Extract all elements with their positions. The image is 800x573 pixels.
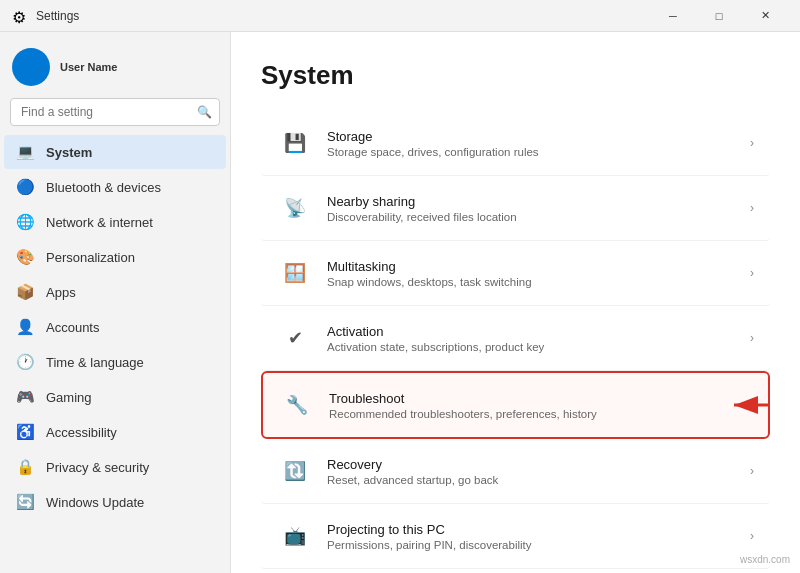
titlebar: ⚙ Settings ─ □ ✕ (0, 0, 800, 32)
user-name: User Name (60, 61, 117, 73)
user-section: User Name (0, 32, 230, 98)
search-input[interactable] (10, 98, 220, 126)
nav-list: 💻 System 🔵 Bluetooth & devices 🌐 Network… (0, 134, 230, 520)
sidebar-item-gaming[interactable]: 🎮 Gaming (4, 380, 226, 414)
storage-desc: Storage space, drives, configuration rul… (327, 146, 742, 158)
recovery-title: Recovery (327, 457, 742, 472)
recovery-icon: 🔃 (277, 453, 313, 489)
apps-icon: 📦 (16, 283, 34, 301)
user-info: User Name (60, 61, 117, 73)
titlebar-title: Settings (36, 9, 642, 23)
multitasking-title: Multitasking (327, 259, 742, 274)
troubleshoot-text: Troubleshoot Recommended troubleshooters… (329, 391, 740, 420)
nearby-sharing-desc: Discoverability, received files location (327, 211, 742, 223)
main-layout: User Name 🔍 💻 System 🔵 Bluetooth & devic… (0, 32, 800, 573)
sidebar-item-label-gaming: Gaming (46, 390, 92, 405)
troubleshoot-icon: 🔧 (279, 387, 315, 423)
bluetooth-icon: 🔵 (16, 178, 34, 196)
sidebar-item-privacy[interactable]: 🔒 Privacy & security (4, 450, 226, 484)
settings-item-nearby-sharing[interactable]: 📡 Nearby sharing Discoverability, receiv… (261, 176, 770, 241)
sidebar: User Name 🔍 💻 System 🔵 Bluetooth & devic… (0, 32, 230, 573)
watermark: wsxdn.com (740, 554, 790, 565)
search-box: 🔍 (10, 98, 220, 126)
sidebar-item-system[interactable]: 💻 System (4, 135, 226, 169)
storage-icon: 💾 (277, 125, 313, 161)
content-area: System 💾 Storage Storage space, drives, … (230, 32, 800, 573)
activation-title: Activation (327, 324, 742, 339)
minimize-button[interactable]: ─ (650, 0, 696, 32)
storage-text: Storage Storage space, drives, configura… (327, 129, 742, 158)
sidebar-item-label-system: System (46, 145, 92, 160)
accounts-icon: 👤 (16, 318, 34, 336)
sidebar-item-time[interactable]: 🕐 Time & language (4, 345, 226, 379)
maximize-button[interactable]: □ (696, 0, 742, 32)
sidebar-item-label-personalization: Personalization (46, 250, 135, 265)
close-button[interactable]: ✕ (742, 0, 788, 32)
sidebar-item-accessibility[interactable]: ♿ Accessibility (4, 415, 226, 449)
settings-item-troubleshoot[interactable]: 🔧 Troubleshoot Recommended troubleshoote… (261, 371, 770, 439)
gaming-icon: 🎮 (16, 388, 34, 406)
multitasking-icon: 🪟 (277, 255, 313, 291)
nearby-sharing-text: Nearby sharing Discoverability, received… (327, 194, 742, 223)
projecting-icon: 📺 (277, 518, 313, 554)
arrow-annotation (688, 390, 778, 420)
time-icon: 🕐 (16, 353, 34, 371)
window-controls: ─ □ ✕ (650, 0, 788, 32)
troubleshoot-desc: Recommended troubleshooters, preferences… (329, 408, 740, 420)
activation-text: Activation Activation state, subscriptio… (327, 324, 742, 353)
sidebar-item-label-apps: Apps (46, 285, 76, 300)
settings-list: 💾 Storage Storage space, drives, configu… (261, 111, 770, 573)
settings-item-multitasking[interactable]: 🪟 Multitasking Snap windows, desktops, t… (261, 241, 770, 306)
recovery-chevron: › (750, 464, 754, 478)
activation-desc: Activation state, subscriptions, product… (327, 341, 742, 353)
multitasking-desc: Snap windows, desktops, task switching (327, 276, 742, 288)
sidebar-item-label-network: Network & internet (46, 215, 153, 230)
activation-icon: ✔ (277, 320, 313, 356)
sidebar-item-accounts[interactable]: 👤 Accounts (4, 310, 226, 344)
sidebar-item-label-accessibility: Accessibility (46, 425, 117, 440)
multitasking-chevron: › (750, 266, 754, 280)
projecting-desc: Permissions, pairing PIN, discoverabilit… (327, 539, 742, 551)
privacy-icon: 🔒 (16, 458, 34, 476)
sidebar-item-personalization[interactable]: 🎨 Personalization (4, 240, 226, 274)
update-icon: 🔄 (16, 493, 34, 511)
sidebar-item-bluetooth[interactable]: 🔵 Bluetooth & devices (4, 170, 226, 204)
settings-item-storage[interactable]: 💾 Storage Storage space, drives, configu… (261, 111, 770, 176)
storage-chevron: › (750, 136, 754, 150)
multitasking-text: Multitasking Snap windows, desktops, tas… (327, 259, 742, 288)
projecting-chevron: › (750, 529, 754, 543)
projecting-title: Projecting to this PC (327, 522, 742, 537)
sidebar-item-update[interactable]: 🔄 Windows Update (4, 485, 226, 519)
settings-item-recovery[interactable]: 🔃 Recovery Reset, advanced startup, go b… (261, 439, 770, 504)
sidebar-item-apps[interactable]: 📦 Apps (4, 275, 226, 309)
sidebar-item-label-privacy: Privacy & security (46, 460, 149, 475)
storage-title: Storage (327, 129, 742, 144)
projecting-text: Projecting to this PC Permissions, pairi… (327, 522, 742, 551)
settings-icon: ⚙ (12, 8, 28, 24)
personalization-icon: 🎨 (16, 248, 34, 266)
settings-item-remote-desktop[interactable]: 🖥 Remote Desktop Remote Desktop users, c… (261, 569, 770, 573)
nearby-sharing-icon: 📡 (277, 190, 313, 226)
recovery-text: Recovery Reset, advanced startup, go bac… (327, 457, 742, 486)
recovery-desc: Reset, advanced startup, go back (327, 474, 742, 486)
page-title: System (261, 60, 770, 91)
sidebar-item-network[interactable]: 🌐 Network & internet (4, 205, 226, 239)
accessibility-icon: ♿ (16, 423, 34, 441)
activation-chevron: › (750, 331, 754, 345)
settings-item-projecting[interactable]: 📺 Projecting to this PC Permissions, pai… (261, 504, 770, 569)
avatar (12, 48, 50, 86)
search-icon: 🔍 (197, 105, 212, 119)
sidebar-item-label-time: Time & language (46, 355, 144, 370)
troubleshoot-title: Troubleshoot (329, 391, 740, 406)
settings-item-activation[interactable]: ✔ Activation Activation state, subscript… (261, 306, 770, 371)
sidebar-item-label-update: Windows Update (46, 495, 144, 510)
sidebar-item-label-accounts: Accounts (46, 320, 99, 335)
nearby-sharing-chevron: › (750, 201, 754, 215)
nearby-sharing-title: Nearby sharing (327, 194, 742, 209)
network-icon: 🌐 (16, 213, 34, 231)
system-icon: 💻 (16, 143, 34, 161)
sidebar-item-label-bluetooth: Bluetooth & devices (46, 180, 161, 195)
